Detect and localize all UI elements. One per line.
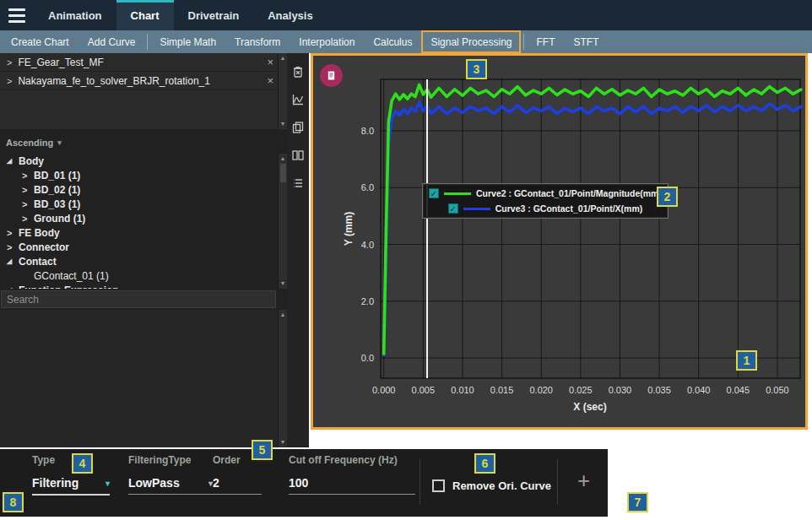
ribbon-stft[interactable]: STFT xyxy=(564,30,608,53)
cutoff-group: Cut off Frequency (Hz) 100 xyxy=(289,454,415,495)
file-list-scrollbar[interactable]: ▴ ▾ xyxy=(278,53,287,129)
expand-icon[interactable]: > xyxy=(22,199,34,209)
ribbon-create-chart[interactable]: Create Chart xyxy=(2,30,78,53)
expand-icon[interactable]: > xyxy=(22,171,34,181)
x-tick-label: 0.020 xyxy=(529,385,553,395)
draw-curve-button[interactable] xyxy=(290,91,306,108)
legend-line-swatch xyxy=(444,192,471,195)
y-tick-label: 6.0 xyxy=(361,182,374,192)
expand-icon[interactable]: > xyxy=(7,242,19,252)
expand-icon[interactable]: > xyxy=(7,76,12,86)
callout-8: 8 xyxy=(3,492,24,512)
nav-tabs: AnimationChartDrivetrainAnalysis xyxy=(34,0,328,30)
tree-item-gcontact-01-1[interactable]: GContact_01 (1) xyxy=(0,268,277,283)
delete-curves-button[interactable] xyxy=(290,63,306,80)
tree-item-bd-01-1[interactable]: >BD_01 (1) xyxy=(0,168,277,182)
scroll-up-icon[interactable]: ▴ xyxy=(279,311,287,319)
add-filter-button[interactable]: + xyxy=(577,469,590,491)
chart-legend[interactable]: ✓Curve2 : GContact_01/Point/Magnitude(mm… xyxy=(422,183,669,219)
filtering-type-label: FilteringType xyxy=(128,454,213,471)
panel-divider xyxy=(557,459,558,505)
order-input[interactable]: 2 xyxy=(213,476,262,495)
expand-icon[interactable]: > xyxy=(22,185,34,195)
close-icon[interactable]: × xyxy=(267,56,273,68)
collapse-icon[interactable]: ◢ xyxy=(7,286,19,289)
scroll-down-icon[interactable]: ▾ xyxy=(279,438,287,447)
collapse-icon[interactable]: ◢ xyxy=(7,157,19,165)
entity-tree: ◢Body>BD_01 (1)>BD_02 (1)>BD_03 (1)>Grou… xyxy=(0,154,287,289)
scroll-up-icon[interactable]: ▴ xyxy=(279,54,287,62)
legend-checkbox[interactable]: ✓ xyxy=(429,188,439,198)
legend-checkbox[interactable]: ✓ xyxy=(448,203,458,214)
tree-item-body[interactable]: ◢Body xyxy=(0,154,277,168)
ribbon-fft[interactable]: FFT xyxy=(527,30,564,53)
ribbon-transform[interactable]: Transform xyxy=(225,30,290,53)
scroll-down-icon[interactable]: ▾ xyxy=(279,279,287,288)
legend-line-swatch xyxy=(463,208,490,210)
tree-item-ground-1[interactable]: >Ground (1) xyxy=(0,211,277,225)
x-tick-label: 0.010 xyxy=(451,385,474,395)
ribbon-interpolation[interactable]: Interpolation xyxy=(290,30,364,53)
tree-scrollbar[interactable]: ▴ ▾ xyxy=(278,154,287,289)
legend-label: Curve2 : GContact_01/Point/Magnitude(mm) xyxy=(476,188,662,198)
sort-dropdown[interactable]: Ascending ▾ xyxy=(0,134,287,151)
ribbon-simple-math[interactable]: Simple Math xyxy=(150,30,225,53)
type-value: Filtering xyxy=(32,476,78,490)
callout-2: 2 xyxy=(657,187,678,207)
scroll-down-icon[interactable]: ▾ xyxy=(279,120,287,128)
search-results-area: ▴ ▾ xyxy=(0,310,287,447)
tree-item-function-expression[interactable]: ◢Function Expression xyxy=(0,283,277,289)
copy-icon xyxy=(291,121,305,134)
xy-plot[interactable]: 0.0000.0050.0100.0150.0200.0250.0300.035… xyxy=(313,56,805,427)
tree-item-label: BD_03 (1) xyxy=(34,198,80,210)
callout-3: 3 xyxy=(466,59,487,79)
tree-item-label: Ground (1) xyxy=(34,213,85,225)
ribbon-calculus[interactable]: Calculus xyxy=(364,30,421,53)
ribbon-toolbar: Create ChartAdd CurveSimple MathTransfor… xyxy=(0,30,812,53)
menu-icon[interactable] xyxy=(0,0,34,30)
tree-item-connector[interactable]: >Connector xyxy=(0,240,277,254)
tree-item-bd-02-1[interactable]: >BD_02 (1) xyxy=(0,182,277,197)
file-item-fe-gear-test-mf[interactable]: >FE_Gear_Test_MF× xyxy=(0,53,287,72)
legend-item-curve2: ✓Curve2 : GContact_01/Point/Magnitude(mm… xyxy=(426,186,664,201)
filtering-type-dropdown[interactable]: LowPass ▾ xyxy=(128,476,213,495)
tree-item-contact[interactable]: ◢Contact xyxy=(0,254,277,268)
ribbon-divider xyxy=(523,34,524,50)
x-tick-label: 0.030 xyxy=(609,385,632,395)
remove-ori-curve-label: Remove Ori. Curve xyxy=(452,479,551,492)
scroll-up-icon[interactable]: ▴ xyxy=(279,154,287,163)
close-icon[interactable]: × xyxy=(267,74,273,87)
plot-border xyxy=(381,79,800,378)
split-window-button[interactable] xyxy=(290,147,306,164)
expand-icon[interactable]: > xyxy=(22,214,34,224)
scrollbar-thumb[interactable] xyxy=(280,164,286,182)
results-scrollbar[interactable]: ▴ ▾ xyxy=(278,310,287,447)
remove-ori-curve-checkbox[interactable] xyxy=(432,479,445,492)
tab-animation[interactable]: Animation xyxy=(34,0,116,30)
file-name: FE_Gear_Test_MF xyxy=(18,57,103,68)
ribbon-add-curve[interactable]: Add Curve xyxy=(78,30,145,53)
chart-panel: 0.0000.0050.0100.0150.0200.0250.0300.035… xyxy=(311,53,808,430)
callout-5: 5 xyxy=(252,440,273,460)
copy-curve-button[interactable] xyxy=(290,119,306,136)
collapse-icon[interactable]: ◢ xyxy=(7,257,19,265)
ribbon-signal-processing[interactable]: Signal Processing xyxy=(421,30,521,53)
cutoff-frequency-input[interactable]: 100 xyxy=(289,476,415,495)
callout-6: 6 xyxy=(474,453,495,474)
tree-item-fe-body[interactable]: >FE Body xyxy=(0,225,277,240)
file-item-nakayama-fe-to-solver-brjr-rotation-1[interactable]: >Nakayama_fe_to_solver_BRJR_rotation_1× xyxy=(0,72,287,90)
tab-analysis[interactable]: Analysis xyxy=(253,0,327,30)
tab-drivetrain[interactable]: Drivetrain xyxy=(174,0,254,30)
chevron-down-icon: ▾ xyxy=(106,479,110,488)
expand-icon[interactable]: > xyxy=(7,228,19,238)
list-view-button[interactable] xyxy=(290,175,306,192)
tree-item-bd-03-1[interactable]: >BD_03 (1) xyxy=(0,197,277,211)
x-tick-label: 0.035 xyxy=(647,385,671,395)
expand-icon[interactable]: > xyxy=(7,57,12,68)
search-input[interactable] xyxy=(1,290,276,308)
list-icon xyxy=(291,176,305,190)
type-dropdown[interactable]: Filtering ▾ xyxy=(32,476,110,496)
panel-divider xyxy=(420,459,420,505)
tab-chart[interactable]: Chart xyxy=(116,0,174,30)
chart-file-list: >FE_Gear_Test_MF×>Nakayama_fe_to_solver_… xyxy=(0,53,287,129)
